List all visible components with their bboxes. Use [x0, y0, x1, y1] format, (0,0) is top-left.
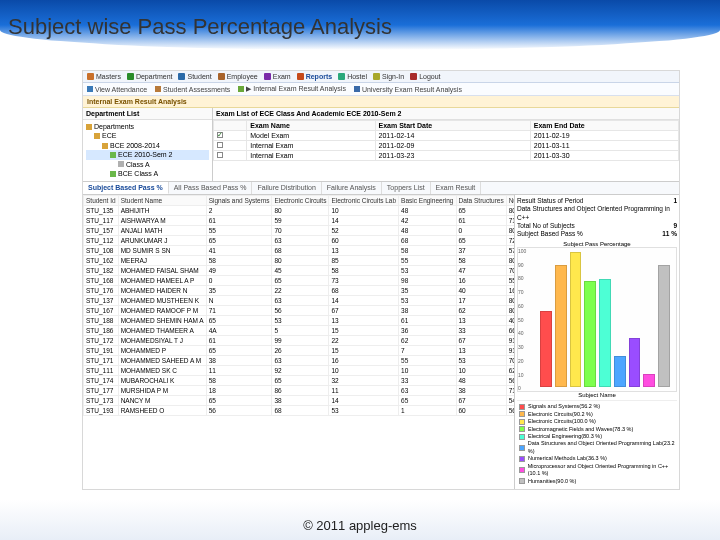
marks-table-wrap[interactable]: Student IdStudent NameSignals and System… [83, 195, 514, 489]
department-tree[interactable]: DepartmentsECEBCE 2008-2014ECE 2010-Sem … [83, 120, 212, 181]
result-tab[interactable]: Toppers List [382, 182, 431, 194]
mark-cell: 35 [206, 285, 272, 295]
result-tab[interactable]: All Pass Based Pass % [169, 182, 253, 194]
tree-node[interactable]: ECE 2010-Sem 2 [86, 150, 209, 159]
exam-checkbox[interactable] [217, 142, 223, 148]
marks-row[interactable]: STU_177MURSHIDA P M18861163387155 [84, 385, 515, 395]
toolbar-btn-masters[interactable]: Masters [87, 73, 121, 80]
toolbar-btn-reports[interactable]: Reports [297, 73, 332, 80]
mark-cell: 61 [399, 315, 456, 325]
result-tab[interactable]: Subject Based Pass % [83, 182, 169, 194]
marks-row[interactable]: STU_186MOHAMED THAMEER A4A51536336610 [84, 325, 515, 335]
exam-row[interactable]: Internal Exam2011-03-232011-03-30 [214, 151, 679, 161]
tree-node[interactable]: ECE [86, 131, 209, 140]
legend-swatch [519, 426, 525, 432]
tree-label: ECE [102, 131, 116, 140]
toolbar-label: Exam [273, 73, 291, 80]
marks-row[interactable]: STU_171MOHAMMED SAHEED A M38631655537071 [84, 355, 515, 365]
result-tab[interactable]: Exam Result [431, 182, 482, 194]
exam-checkbox[interactable] [217, 152, 223, 158]
exam-row[interactable]: Internal Exam2011-02-092011-03-11 [214, 141, 679, 151]
marks-row[interactable]: STU_135ABHIJITH2801048658061 [84, 205, 515, 215]
tree-node[interactable]: Departments [86, 122, 209, 131]
mark-cell: 68 [272, 245, 329, 255]
toolbar-icon [218, 73, 225, 80]
mark-cell: 80 [506, 205, 514, 215]
tree-node[interactable]: BCE 2008-2014 [86, 141, 209, 150]
marks-row[interactable]: STU_137MOHAMED MUSTHEEN KN631453178058 [84, 295, 515, 305]
subtoolbar-item[interactable]: University Exam Result Analysis [354, 85, 462, 93]
toolbar-label: Masters [96, 73, 121, 80]
marks-row[interactable]: STU_193RAMSHEED O566853160560 [84, 405, 515, 415]
marks-row[interactable]: STU_162MEERAJ58808555588070 [84, 255, 515, 265]
mark-cell: 45 [272, 265, 329, 275]
exam-row[interactable]: Model Exam2011-02-142011-02-19 [214, 131, 679, 141]
subtoolbar-item[interactable]: View Attendance [87, 85, 147, 93]
app-window: MastersDepartmentStudentEmployeeExamRepo… [82, 70, 680, 490]
marks-row[interactable]: STU_112ARUNKUMAR J65636068657255 [84, 235, 515, 245]
subtoolbar-icon [155, 86, 161, 92]
toolbar-btn-hostel[interactable]: Hostel [338, 73, 367, 80]
marks-row[interactable]: STU_182MOHAMED FAISAL SHAM49455853477071 [84, 265, 515, 275]
student-name: ANJALI MATH [118, 225, 206, 235]
ytick: 0 [518, 385, 532, 391]
subtoolbar-label: University Exam Result Analysis [362, 86, 462, 93]
marks-col-header: Signals and Systems [206, 195, 272, 205]
marks-row[interactable]: STU_167MOHAMED RAMOOF P M71566738628081 [84, 305, 515, 315]
mark-cell: 65 [206, 315, 272, 325]
student-id: STU_108 [84, 245, 119, 255]
mark-cell: 35 [399, 285, 456, 295]
marks-row[interactable]: STU_168MOHAMED HAMEEL A P0657398165568 [84, 275, 515, 285]
legend-item: Signals and Systems(56.2 %) [519, 403, 675, 410]
marks-row[interactable]: STU_176MOHAMED HAIDER N35226835401671 [84, 285, 515, 295]
results-row: Student IdStudent NameSignals and System… [83, 195, 679, 489]
exam-list-panel: Exam List of ECE Class And Academic ECE … [213, 108, 679, 181]
legend-swatch [519, 434, 525, 440]
tree-label: BCE 2008-2014 [110, 141, 160, 150]
tree-node[interactable]: BCE Class A [86, 169, 209, 178]
legend-item: Humanities(90.0 %) [519, 478, 675, 485]
mark-cell: 38 [456, 385, 506, 395]
marks-row[interactable]: STU_157ANJALI MATH5570524808054 [84, 225, 515, 235]
marks-col-header: Data Structures [456, 195, 506, 205]
student-name: MOHAMMED P [118, 345, 206, 355]
toolbar-btn-student[interactable]: Student [178, 73, 211, 80]
marks-row[interactable]: STU_111MOHAMMED SK C11921010106212 [84, 365, 515, 375]
result-tab[interactable]: Failure Distribution [252, 182, 321, 194]
marks-row[interactable]: STU_191MOHAMMED P652615713911 [84, 345, 515, 355]
ytick: 80 [518, 275, 532, 281]
legend-label: Electronic Circuits(100.0 %) [528, 418, 596, 425]
toolbar-btn-employee[interactable]: Employee [218, 73, 258, 80]
mark-cell: 80 [506, 255, 514, 265]
result-tab[interactable]: Failure Analysis [322, 182, 382, 194]
mark-cell: 85 [329, 255, 399, 265]
mark-cell: 67 [456, 335, 506, 345]
marks-row[interactable]: STU_172MOHAMEDSIYAL T J6199226267914 [84, 335, 515, 345]
subtoolbar-item[interactable]: Student Assessments [155, 85, 230, 93]
marks-row[interactable]: STU_173NANCY M65381465675416 [84, 395, 515, 405]
mark-cell: 11 [329, 385, 399, 395]
toolbar-btn-exam[interactable]: Exam [264, 73, 291, 80]
marks-row[interactable]: STU_108MD SUMIR S SN41681358375751 [84, 245, 515, 255]
marks-col-header: Numerical Methods [506, 195, 514, 205]
mark-cell: 56 [506, 375, 514, 385]
mark-cell: 5 [272, 325, 329, 335]
toolbar-btn-sign-in[interactable]: Sign-In [373, 73, 404, 80]
marks-row[interactable]: STU_117AISHWARYA M61591442617157 [84, 215, 515, 225]
exam-checkbox[interactable] [217, 132, 223, 138]
mark-cell: 22 [329, 335, 399, 345]
marks-row[interactable]: STU_188MOHAMED SHEMIN HAM A6553136113405… [84, 315, 515, 325]
tree-label: ECE 2010-Sem 2 [118, 150, 172, 159]
exam-start: 2011-02-14 [375, 131, 530, 141]
subtoolbar-item[interactable]: ▶ Internal Exam Result Analysis [238, 85, 346, 93]
toolbar-btn-department[interactable]: Department [127, 73, 173, 80]
mark-cell: 53 [399, 295, 456, 305]
mark-cell: 56 [206, 405, 272, 415]
mark-cell: 38 [272, 395, 329, 405]
mark-cell: 68 [272, 405, 329, 415]
tree-node[interactable]: Class A [86, 160, 209, 169]
toolbar-btn-logout[interactable]: Logout [410, 73, 440, 80]
marks-row[interactable]: STU_174MUBAROCHALI K58653233485657 [84, 375, 515, 385]
student-id: STU_177 [84, 385, 119, 395]
student-id: STU_167 [84, 305, 119, 315]
